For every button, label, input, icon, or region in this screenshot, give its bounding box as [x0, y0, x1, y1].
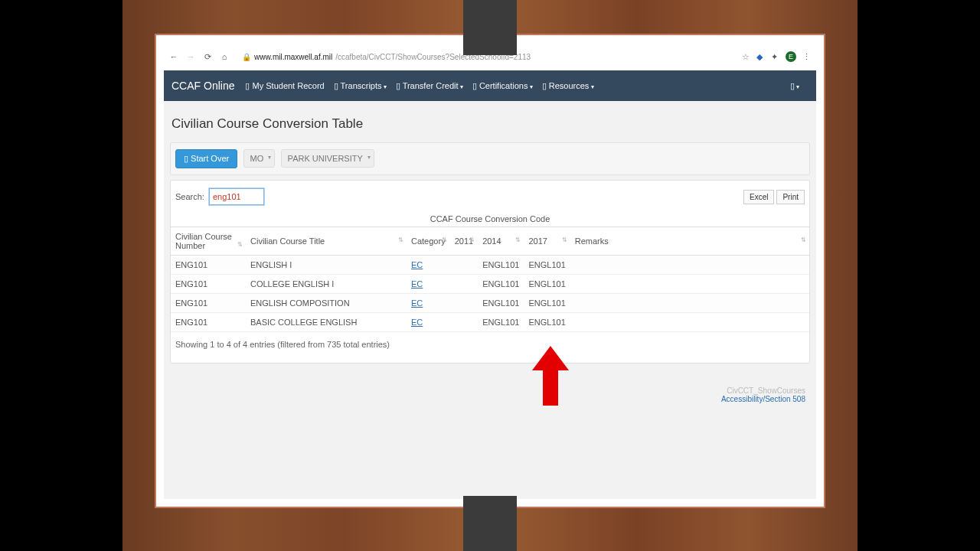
table-row: ENG101COLLEGE ENGLISH IECENGL101ENGL101 — [171, 275, 809, 294]
cell-remarks — [570, 256, 809, 275]
extension-tray: ☆ ◆ ✦ E ⋮ — [742, 51, 812, 62]
cell-2017: ENGL101 — [524, 294, 570, 313]
nav-home-icon[interactable]: ⌂ — [219, 52, 230, 61]
cell-2017: ENGL101 — [524, 256, 570, 275]
filter-panel: ▯ Start Over MO PARK UNIVERSITY — [170, 142, 810, 175]
cell-category: EC — [407, 275, 450, 294]
export-excel-button[interactable]: Excel — [743, 190, 774, 204]
nav-back-icon[interactable]: ← — [168, 52, 179, 61]
cell-remarks — [570, 294, 809, 313]
clipboard-clip-bottom — [463, 496, 517, 551]
footer-crumb: CivCCT_ShowCourses — [170, 386, 805, 395]
cell-course-title: ENGLISH COMPOSITION — [246, 294, 407, 313]
cell-category: EC — [407, 294, 450, 313]
cell-2011 — [450, 256, 478, 275]
search-input[interactable] — [209, 188, 264, 205]
page-title: Civilian Course Conversion Table — [172, 116, 810, 132]
cell-2017: ENGL101 — [524, 275, 570, 294]
nav-user-menu[interactable]: ▯ — [790, 81, 799, 91]
cell-2014: ENGL101 — [478, 275, 524, 294]
col-course-number[interactable]: Civilian Course Number⇅ — [171, 227, 246, 256]
page-footer: CivCCT_ShowCourses Accessibility/Section… — [170, 364, 810, 408]
nav-forward-icon[interactable]: → — [185, 52, 196, 61]
col-2017[interactable]: 2017⇅ — [524, 227, 570, 256]
kebab-menu-icon[interactable]: ⋮ — [801, 52, 812, 62]
cell-2017: ENGL101 — [524, 313, 570, 332]
category-link[interactable]: EC — [411, 279, 423, 289]
cell-course-number: ENG101 — [171, 294, 246, 313]
cell-remarks — [570, 313, 809, 332]
table-row: ENG101ENGLISH IECENGL101ENGL101 — [171, 256, 809, 275]
cell-2014: ENGL101 — [478, 294, 524, 313]
school-select[interactable]: PARK UNIVERSITY — [281, 149, 374, 168]
browser-window: ← → ⟳ ⌂ 🔒 www.mil.maxwell.af.mil/ccafbet… — [164, 43, 816, 499]
cell-course-title: BASIC COLLEGE ENGLISH — [246, 313, 407, 332]
cell-2011 — [450, 275, 478, 294]
brand-label[interactable]: CCAF Online — [172, 80, 234, 92]
print-button[interactable]: Print — [776, 190, 805, 204]
bookmark-star-icon[interactable]: ☆ — [742, 52, 752, 62]
col-2011[interactable]: 2011⇅ — [450, 227, 478, 256]
cell-course-number: ENG101 — [171, 275, 246, 294]
col-course-title[interactable]: Civilian Course Title⇅ — [246, 227, 407, 256]
nav-resources[interactable]: ▯ Resources — [542, 81, 594, 91]
page-body: Civilian Course Conversion Table ▯ Start… — [164, 101, 816, 499]
results-panel: Search: Excel Print CCAF Course Conversi… — [170, 180, 810, 364]
nav-certifications[interactable]: ▯ Certifications — [472, 81, 533, 91]
clipboard-clip-top — [463, 0, 517, 55]
svg-marker-0 — [532, 346, 569, 406]
clipboard-paper: ← → ⟳ ⌂ 🔒 www.mil.maxwell.af.mil/ccafbet… — [155, 34, 825, 508]
col-remarks[interactable]: Remarks⇅ — [570, 227, 809, 256]
nav-reload-icon[interactable]: ⟳ — [202, 52, 213, 62]
cell-course-number: ENG101 — [171, 256, 246, 275]
cell-2014: ENGL101 — [478, 313, 524, 332]
cell-category: EC — [407, 256, 450, 275]
entries-info: Showing 1 to 4 of 4 entries (filtered fr… — [171, 332, 809, 363]
table-row: ENG101BASIC COLLEGE ENGLISHECENGL101ENGL… — [171, 313, 809, 332]
annotation-arrow-icon — [532, 346, 569, 406]
extensions-puzzle-icon[interactable]: ✦ — [771, 52, 781, 62]
cell-course-title: ENGLISH I — [246, 256, 407, 275]
nav-transfer-credit[interactable]: ▯ Transfer Credit — [396, 81, 463, 91]
results-table: Civilian Course Number⇅ Civilian Course … — [171, 227, 809, 332]
cell-course-title: COLLEGE ENGLISH I — [246, 275, 407, 294]
cell-course-number: ENG101 — [171, 313, 246, 332]
search-label: Search: — [175, 192, 204, 201]
start-over-button[interactable]: ▯ Start Over — [175, 149, 237, 168]
cell-2014: ENGL101 — [478, 256, 524, 275]
col-2014[interactable]: 2014⇅ — [478, 227, 524, 256]
cell-2011 — [450, 313, 478, 332]
nav-my-student-record[interactable]: ▯ My Student Record — [245, 81, 324, 91]
cell-remarks — [570, 275, 809, 294]
cell-2011 — [450, 294, 478, 313]
category-link[interactable]: EC — [411, 298, 423, 308]
url-host: www.mil.maxwell.af.mil — [254, 53, 332, 61]
accessibility-link[interactable]: Accessibility/Section 508 — [721, 395, 805, 403]
category-link[interactable]: EC — [411, 318, 423, 327]
extension-icon[interactable]: ◆ — [756, 52, 766, 62]
profile-avatar[interactable]: E — [786, 51, 796, 62]
lock-icon: 🔒 — [242, 53, 251, 61]
grid-caption: CCAF Course Conversion Code — [171, 208, 809, 227]
cell-category: EC — [407, 313, 450, 332]
search-row: Search: Excel Print — [171, 181, 809, 208]
app-navbar: CCAF Online ▯ My Student Record ▯ Transc… — [164, 70, 816, 101]
nav-transcripts[interactable]: ▯ Transcripts — [334, 81, 387, 91]
state-select[interactable]: MO — [243, 149, 276, 168]
col-category[interactable]: Category⇅ — [407, 227, 450, 256]
category-link[interactable]: EC — [411, 260, 423, 269]
table-row: ENG101ENGLISH COMPOSITIONECENGL101ENGL10… — [171, 294, 809, 313]
